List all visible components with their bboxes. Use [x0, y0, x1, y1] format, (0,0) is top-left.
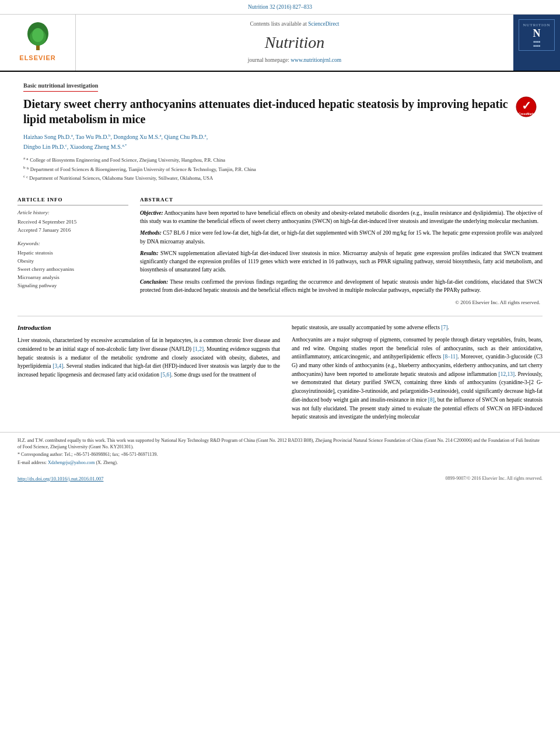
svg-point-3 [32, 28, 44, 42]
abstract-column: ABSTRACT Objective: Anthocyanins have be… [140, 196, 542, 306]
intro-col-right: hepatic steatosis, are usually accompani… [292, 323, 542, 425]
methods-label: Methods: [140, 230, 162, 236]
keyword-4: Microarray analysis [18, 274, 128, 281]
affil-b: b ᵇ Department of Food Sciences & Bioeng… [23, 165, 537, 173]
journal-url[interactable]: www.nutritionjrnl.com [290, 57, 341, 63]
received-date: Received 4 September 2015 [18, 218, 128, 226]
elsevier-wordmark: ELSEVIER [19, 54, 55, 63]
keyword-1: Hepatic steatosis [18, 249, 128, 257]
email-link[interactable]: Xdzhengrju@yahoo.com [48, 460, 94, 465]
keywords-section: Keywords: Hepatic steatosis Obesity Swee… [18, 240, 128, 290]
footnote-1: H.Z. and T.W. contributed equally to thi… [18, 437, 542, 450]
publisher-logo: ELSEVIER [0, 15, 76, 71]
svg-text:CrossMark: CrossMark [519, 112, 534, 116]
intro-para-3: Anthocyanins are a major subgroup of pig… [292, 336, 542, 421]
objective-text: Anthocyanins have been reported to have … [140, 210, 542, 224]
section-divider [18, 316, 542, 316]
abstract-objective: Objective: Anthocyanins have been report… [140, 209, 542, 226]
affiliations: a ᵃ College of Biosystems Engineering an… [23, 155, 537, 182]
results-text: SWCN supplementation alleviated high-fat… [140, 250, 542, 273]
page-wrapper: Nutrition 32 (2016) 827–833 ELSEVIER Con… [0, 0, 560, 753]
ref-5-6[interactable]: [5,6] [160, 372, 171, 378]
elsevier-tree-icon [23, 22, 52, 51]
nutrition-badge: NUTRITION N ■■■■■■■■ [519, 19, 554, 51]
abstract-conclusion: Conclusion: These results confirmed the … [140, 278, 542, 295]
doi-link[interactable]: http://dx.doi.org/10.1016/j.nut.2016.01.… [18, 475, 103, 482]
abstract-label: ABSTRACT [140, 196, 542, 205]
intro-para-2: hepatic steatosis, are usually accompani… [292, 323, 542, 332]
footnote-3: E-mail address: Xdzhengrju@yahoo.com (X.… [18, 459, 542, 466]
affil-a: a ᵃ College of Biosystems Engineering an… [23, 155, 537, 164]
history-label: Article history: [18, 209, 128, 217]
intro-col-left: Introduction Liver steatosis, characteri… [18, 323, 280, 425]
crossmark-icon: ✓ CrossMark [516, 96, 537, 117]
keyword-3: Sweet cherry anthocyanins [18, 266, 128, 273]
abstract-methods: Methods: C57 BL/6 J mice were fed low-fa… [140, 229, 542, 246]
introduction-section: Introduction Liver steatosis, characteri… [0, 319, 560, 430]
svg-text:✓: ✓ [522, 99, 531, 112]
citation-text: Nutrition 32 (2016) 827–833 [248, 4, 312, 10]
ref-3-4[interactable]: [3,4] [52, 363, 63, 369]
science-direct-label: Contents lists available at ScienceDirec… [88, 20, 502, 29]
article-info-column: ARTICLE INFO Article history: Received 4… [18, 196, 128, 306]
article-title-text: Dietary sweet cherry anthocyanins attenu… [23, 96, 510, 127]
journal-header-center: Contents lists available at ScienceDirec… [76, 15, 513, 71]
ref-8[interactable]: [8] [428, 397, 435, 403]
abstract-copyright: © 2016 Elsevier Inc. All rights reserved… [140, 299, 542, 306]
keyword-2: Obesity [18, 257, 128, 265]
bottom-links: http://dx.doi.org/10.1016/j.nut.2016.01.… [0, 472, 560, 484]
conclusion-text: These results confirmed the previous fin… [140, 279, 542, 293]
accepted-date: Accepted 7 January 2016 [18, 226, 128, 234]
article-header: Basic nutritional investigation Dietary … [0, 72, 560, 189]
article-info-label: ARTICLE INFO [18, 196, 128, 205]
ref-12-13[interactable]: [12,13] [499, 371, 515, 377]
conclusion-label: Conclusion: [140, 279, 168, 285]
objective-label: Objective: [140, 210, 163, 216]
header-section: ELSEVIER Contents lists available at Sci… [0, 15, 560, 72]
article-category: Basic nutritional investigation [23, 82, 98, 92]
authors-line: Haizhao Song Ph.D.a, Tao Wu Ph.D.b, Dong… [23, 133, 537, 152]
keyword-5: Signaling pathway [18, 282, 128, 290]
journal-badge: NUTRITION N ■■■■■■■■ [513, 15, 560, 71]
article-info-abstract: ARTICLE INFO Article history: Received 4… [0, 189, 560, 313]
article-title-row: Dietary sweet cherry anthocyanins attenu… [23, 96, 537, 127]
footnotes-section: H.Z. and T.W. contributed equally to thi… [0, 432, 560, 472]
footnote-2: * Corresponding author: Tel.; +86-571-86… [18, 451, 542, 458]
ref-8-11[interactable]: [8–11] [443, 354, 457, 360]
sciencedirect-link[interactable]: ScienceDirect [308, 21, 339, 27]
journal-name: Nutrition [88, 31, 502, 55]
keywords-label: Keywords: [18, 240, 128, 247]
introduction-heading: Introduction [18, 323, 280, 333]
copyright-bottom: 0899-9007/© 2016 Elsevier Inc. All right… [446, 475, 543, 482]
affil-c: c ᶜ Department of Nutritional Sciences, … [23, 173, 537, 182]
top-bar: Nutrition 32 (2016) 827–833 [0, 0, 560, 15]
ref-7[interactable]: [7] [441, 325, 447, 330]
results-label: Results: [140, 250, 159, 256]
journal-homepage: journal homepage: www.nutritionjrnl.com [88, 57, 502, 65]
methods-text: C57 BL/6 J mice were fed low-fat diet, h… [140, 230, 542, 244]
intro-para-1: Liver steatosis, characterized by excess… [18, 336, 280, 379]
abstract-results: Results: SWCN supplementation alleviated… [140, 249, 542, 274]
ref-1-2[interactable]: [1,2] [193, 346, 204, 352]
